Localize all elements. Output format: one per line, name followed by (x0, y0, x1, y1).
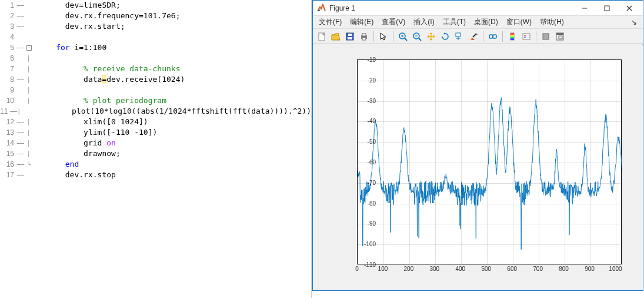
code-text[interactable]: grid on (33, 138, 116, 148)
code-text[interactable]: plot(10*log10((abs(1/1024*fftshift(fft(d… (21, 106, 311, 117)
legend-icon[interactable] (520, 30, 533, 43)
code-text[interactable]: data=dev.receive(1024) (33, 74, 185, 85)
figure-menubar: 文件(F)编辑(E)查看(V)插入(I)工具(T)桌面(D)窗口(W)帮助(H)… (313, 16, 643, 29)
code-text[interactable]: end (33, 159, 79, 170)
open-icon[interactable] (329, 30, 342, 43)
code-line[interactable]: 12—│ xlim([0 1024]) (0, 117, 311, 127)
code-text[interactable]: dev.rx.start; (33, 21, 125, 32)
hide-icon[interactable] (539, 30, 552, 43)
axes[interactable] (357, 59, 622, 264)
code-line[interactable]: 10│ % plot periodogram (0, 95, 311, 106)
menu-窗口[interactable]: 窗口(W) (503, 16, 535, 28)
fold-gutter[interactable]: │ (25, 148, 33, 159)
breakpoint-dash[interactable]: — (16, 170, 25, 180)
breakpoint-dash[interactable]: — (16, 138, 25, 148)
breakpoint-dash[interactable]: — (16, 74, 25, 85)
rotate-icon[interactable] (439, 30, 452, 43)
code-line[interactable]: 7│ % receive data-chunks (0, 64, 311, 74)
close-button[interactable] (618, 1, 640, 15)
fold-gutter[interactable]: − (25, 42, 33, 53)
fold-gutter[interactable]: │ (25, 138, 33, 148)
svg-rect-6 (348, 37, 352, 39)
breakpoint-dash[interactable]: — (16, 42, 25, 53)
code-line[interactable]: 2— dev.rx.frequency=101.7e6; (0, 11, 311, 21)
gridline (539, 60, 539, 264)
minimize-button[interactable] (573, 1, 596, 15)
gridline (409, 60, 410, 264)
menu-桌面[interactable]: 桌面(D) (471, 16, 502, 28)
gridline (590, 60, 591, 264)
svg-rect-22 (489, 35, 493, 38)
code-text[interactable]: dev.rx.frequency=101.7e6; (33, 11, 180, 21)
code-line[interactable]: 15—│ drawnow; (0, 148, 311, 159)
fold-gutter[interactable]: │ (25, 117, 33, 127)
fold-gutter[interactable]: └ (25, 159, 33, 170)
link-icon[interactable] (486, 30, 499, 43)
code-text[interactable]: for i=1:100 (33, 42, 106, 53)
gridline (435, 60, 436, 264)
svg-rect-34 (543, 34, 549, 39)
line-number: 12 (0, 117, 16, 127)
xtick-label: 800 (555, 266, 573, 272)
pointer-icon[interactable] (377, 30, 390, 43)
zoom-out-icon[interactable] (411, 30, 423, 43)
gridline (487, 60, 488, 264)
code-line[interactable]: 9│ (0, 85, 311, 95)
breakpoint-dash[interactable]: — (16, 148, 25, 159)
dock-icon[interactable] (553, 30, 566, 43)
code-text[interactable]: dev=limeSDR; (33, 0, 121, 11)
fold-gutter[interactable]: │ (25, 64, 33, 74)
code-line[interactable]: 17— dev.rx.stop (0, 170, 311, 180)
zoom-in-icon[interactable] (396, 30, 409, 43)
code-line[interactable]: 4 (0, 32, 311, 42)
menu-工具[interactable]: 工具(T) (439, 16, 469, 28)
fold-gutter[interactable]: │ (25, 85, 33, 95)
code-line[interactable]: 6│ (0, 53, 311, 64)
breakpoint-dash[interactable]: — (16, 11, 25, 21)
save-icon[interactable] (343, 30, 356, 43)
code-line[interactable]: 3— dev.rx.start; (0, 21, 311, 32)
breakpoint-dash[interactable]: — (16, 159, 25, 170)
code-text[interactable]: xlim([0 1024]) (33, 117, 148, 127)
breakpoint-dash[interactable]: — (16, 117, 25, 127)
menubar-overflow-icon[interactable]: ↘ (628, 17, 640, 28)
code-text[interactable]: drawnow; (33, 148, 121, 159)
fold-gutter[interactable]: │ (25, 127, 33, 138)
fold-gutter[interactable]: │ (25, 95, 33, 106)
figure-title: Figure 1 (329, 4, 573, 12)
code-text[interactable]: % receive data-chunks (33, 64, 180, 74)
line-number: 9 (0, 85, 16, 95)
brush-icon[interactable] (467, 30, 480, 43)
breakpoint-dash[interactable]: — (16, 0, 25, 11)
menu-查看[interactable]: 查看(V) (378, 16, 409, 28)
code-line[interactable]: 1— dev=limeSDR; (0, 0, 311, 11)
gridline (616, 60, 616, 264)
code-line[interactable]: 13—│ ylim([-110 -10]) (0, 127, 311, 138)
code-line[interactable]: 8—│ data=dev.receive(1024) (0, 74, 311, 85)
breakpoint-dash[interactable]: — (10, 106, 17, 117)
menu-帮助[interactable]: 帮助(H) (536, 16, 568, 28)
fold-gutter[interactable]: │ (25, 53, 33, 64)
new-icon[interactable] (315, 30, 328, 43)
code-line[interactable]: 14—│ grid on (0, 138, 311, 148)
menu-文件[interactable]: 文件(F) (315, 16, 345, 28)
toolbar-separator (393, 31, 393, 42)
code-line[interactable]: 11—│ plot(10*log10((abs(1/1024*fftshift(… (0, 106, 311, 117)
line-number: 4 (0, 32, 16, 42)
pan-icon[interactable] (425, 30, 438, 43)
code-text[interactable]: dev.rx.stop (33, 170, 116, 180)
line-number: 14 (0, 138, 16, 148)
code-line[interactable]: 16—└ end (0, 159, 311, 170)
colorbar-icon[interactable] (506, 30, 519, 43)
menu-插入[interactable]: 插入(I) (410, 16, 438, 28)
breakpoint-dash[interactable]: — (16, 21, 25, 32)
code-text[interactable]: % plot periodogram (33, 95, 166, 106)
menu-编辑[interactable]: 编辑(E) (346, 16, 377, 28)
code-text[interactable]: ylim([-110 -10]) (33, 127, 157, 138)
breakpoint-dash[interactable]: — (16, 127, 25, 138)
data-cursor-icon[interactable] (453, 30, 466, 43)
maximize-button[interactable] (596, 1, 618, 15)
code-line[interactable]: 5—− for i=1:100 (0, 42, 311, 53)
print-icon[interactable] (358, 30, 371, 43)
fold-gutter[interactable]: │ (25, 74, 33, 85)
